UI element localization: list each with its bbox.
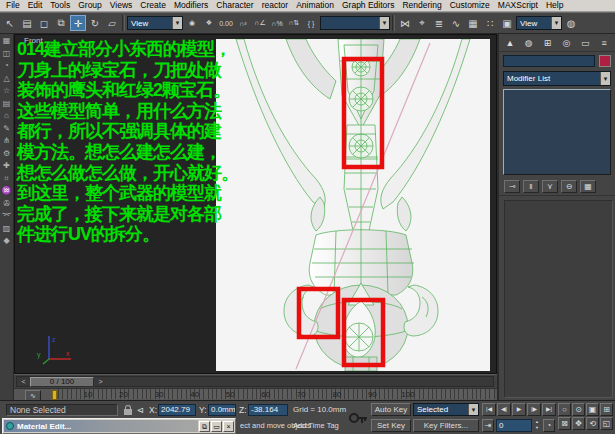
selection-lock-icon[interactable]	[124, 409, 132, 415]
render-setup-icon[interactable]: ▣	[499, 15, 515, 31]
select-and-rotate-icon[interactable]: ↻	[87, 15, 103, 31]
percent-snap-icon[interactable]: ∩%	[269, 15, 285, 31]
previous-frame-arrow[interactable]: <	[19, 377, 28, 386]
schematic-view-icon[interactable]: ▦	[465, 15, 481, 31]
display-tab[interactable]: ▭	[576, 35, 594, 50]
menu-item[interactable]: Create	[136, 0, 170, 11]
left-toolbar-icon[interactable]: ▦	[3, 37, 11, 45]
left-toolbar-icon[interactable]: ▤	[3, 100, 11, 108]
menu-item[interactable]: Tools	[46, 0, 74, 11]
utilities-tab[interactable]: ≡	[595, 35, 613, 50]
window-crossing-icon[interactable]: ⧉	[53, 15, 69, 31]
create-tab[interactable]: ▲	[501, 35, 519, 50]
previous-frame-button[interactable]: ◀|	[497, 403, 511, 416]
render-type-dropdown[interactable]: View ▼	[516, 16, 562, 30]
align-icon[interactable]: ⌖	[414, 15, 430, 31]
chevron-down-icon[interactable]: ▼	[379, 17, 389, 29]
viewport-front[interactable]: Front	[14, 34, 497, 374]
chevron-down-icon[interactable]: ▼	[600, 72, 610, 85]
left-toolbar-icon[interactable]: ◆	[3, 237, 9, 245]
menu-item[interactable]: Animation	[292, 0, 338, 11]
material-editor-icon[interactable]: ∷	[482, 15, 498, 31]
zoom-extents-button[interactable]: ▣	[586, 403, 599, 416]
zoom-extents-all-button[interactable]: ⊞	[600, 403, 613, 416]
menu-item[interactable]: reactor	[258, 0, 292, 11]
rect-selection-region-icon[interactable]: ◻	[36, 15, 52, 31]
chevron-down-icon[interactable]: ▼	[172, 17, 182, 29]
time-configuration-button[interactable]: ◔	[543, 419, 555, 432]
menu-item[interactable]: Views	[106, 0, 137, 11]
reference-coordinate-dropdown[interactable]: View ▼	[127, 16, 183, 30]
mini-curve-editor-button[interactable]: ∿	[25, 390, 41, 401]
key-selection-dropdown[interactable]: Selected ▼	[413, 403, 479, 416]
menu-item[interactable]: Edit	[24, 0, 47, 11]
arc-rotate-button[interactable]: ⟲	[586, 417, 599, 430]
left-toolbar-icon[interactable]: ♒	[2, 187, 12, 195]
time-marker[interactable]	[52, 390, 57, 400]
left-toolbar-icon[interactable]: ◔	[4, 62, 9, 70]
x-coordinate-field[interactable]: 2042.79	[158, 404, 196, 416]
angle-snap-icon[interactable]: ∩∠	[252, 15, 268, 31]
min-max-toggle-button[interactable]: ◱	[600, 417, 613, 430]
current-frame-field[interactable]: 0	[496, 419, 532, 432]
auto-key-button[interactable]: Auto Key	[371, 403, 411, 416]
keyboard-override-icon[interactable]: { }	[303, 15, 319, 31]
next-frame-button[interactable]: |▶	[527, 403, 541, 416]
zoom-all-button[interactable]: ⊙	[572, 403, 585, 416]
menu-item[interactable]: Modifiers	[170, 0, 212, 11]
menu-item[interactable]: MAXScript	[494, 0, 542, 11]
z-coordinate-field[interactable]: -38.164	[248, 404, 288, 416]
spinner-snap-icon[interactable]: ∩⇅	[286, 15, 302, 31]
curve-editor-icon[interactable]: ∿	[448, 15, 464, 31]
select-and-manipulate-icon[interactable]: ❖	[201, 15, 217, 31]
time-slider-handle[interactable]: 0 / 100	[30, 377, 94, 387]
add-time-tag[interactable]: Add Time Tag	[293, 421, 339, 430]
material-editor-minimized-window[interactable]: Material Edit... ⧉ ▭ ×	[2, 418, 236, 434]
menu-item[interactable]: Rendering	[398, 0, 445, 11]
select-by-name-icon[interactable]: ▤	[19, 15, 35, 31]
left-toolbar-icon[interactable]: ◫	[3, 50, 11, 58]
left-toolbar-icon[interactable]: ✚	[3, 162, 10, 170]
close-icon[interactable]: ×	[223, 421, 234, 432]
modify-tab[interactable]: ◍	[520, 35, 538, 50]
motion-tab[interactable]: ◎	[557, 35, 575, 50]
absolute-offset-toggle-icon[interactable]: ⊲	[137, 405, 144, 415]
left-toolbar-icon[interactable]: ☆	[3, 87, 10, 95]
left-toolbar-icon[interactable]: ✎	[3, 125, 10, 133]
chevron-down-icon[interactable]: ▼	[551, 17, 561, 29]
go-to-end-button[interactable]: ▶|	[542, 403, 556, 416]
make-unique-button[interactable]: ⋎	[542, 180, 558, 193]
go-to-start-button[interactable]: |◀	[482, 403, 496, 416]
select-and-scale-icon[interactable]: ▱	[104, 15, 120, 31]
track-bar[interactable]: ∿ 102030405060708090100	[14, 388, 497, 400]
show-end-result-button[interactable]: ‖	[523, 180, 539, 193]
mirror-icon[interactable]: ⋈	[397, 15, 413, 31]
left-toolbar-icon[interactable]: ▨	[3, 225, 11, 233]
menu-item[interactable]: Help	[542, 0, 567, 11]
play-button[interactable]: ▶	[512, 403, 526, 416]
modifier-list-dropdown[interactable]: Modifier List ▼	[503, 71, 611, 86]
use-pivot-center-icon[interactable]: ◉	[184, 15, 200, 31]
snaps-toggle-icon[interactable]: ∩³	[235, 15, 251, 31]
pin-stack-button[interactable]: ⊸	[504, 180, 520, 193]
y-coordinate-field[interactable]: 0.0mm	[208, 404, 236, 416]
select-and-move-icon[interactable]: ✛	[70, 15, 86, 31]
modifier-stack-list[interactable]	[503, 89, 611, 175]
named-selection-sets-dropdown[interactable]: ▼	[320, 16, 390, 30]
left-toolbar-icon[interactable]: ⌗	[4, 175, 9, 183]
menu-item[interactable]: Customize	[446, 0, 494, 11]
left-toolbar-icon[interactable]: ⚙	[3, 150, 10, 158]
chevron-down-icon[interactable]: ▼	[468, 404, 478, 415]
maximize-window-icon[interactable]: ▭	[211, 421, 222, 432]
restore-window-icon[interactable]: ⧉	[199, 421, 210, 432]
select-icon[interactable]: ↖	[2, 15, 18, 31]
menu-item[interactable]: Graph Editors	[338, 0, 398, 11]
quick-render-icon[interactable]: ◍	[563, 15, 579, 31]
offset-mode-icon[interactable]: 0.00	[218, 15, 234, 31]
left-toolbar-icon[interactable]: ⌂	[4, 112, 9, 120]
viewport-label[interactable]: Front	[24, 36, 43, 45]
left-toolbar-icon[interactable]: ⋔	[3, 137, 10, 145]
hierarchy-tab[interactable]: ⊞	[539, 35, 557, 50]
left-toolbar-icon[interactable]: ⌤	[2, 212, 11, 220]
object-color-swatch[interactable]	[599, 55, 611, 67]
